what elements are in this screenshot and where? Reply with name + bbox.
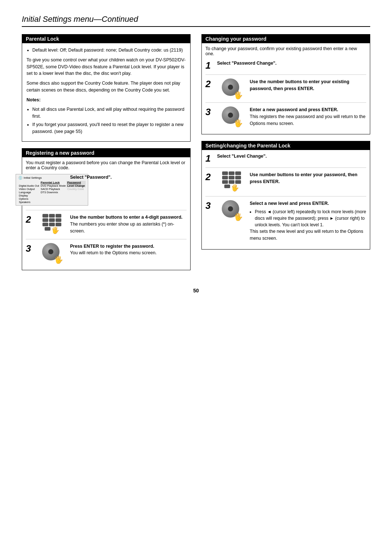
set-nav-disc-container: 🖐: [222, 200, 241, 220]
chg-divider1: [205, 74, 366, 75]
reg-step2-text: Use the number buttons to enter a 4-digi…: [70, 214, 187, 234]
left-column: Parental Lock Default level: Off; Defaul…: [22, 34, 191, 277]
set-btn-4: [222, 176, 228, 179]
mini-row-4: Display: [18, 194, 86, 197]
title-main: Initial Settings menu: [22, 15, 94, 24]
set-divider2: [205, 196, 366, 197]
btn-10: [45, 227, 50, 231]
note1: Not all discs use Parental Lock, and wil…: [32, 106, 186, 120]
changing-password-header: Changing your password: [202, 35, 370, 43]
notes-label: Notes:: [26, 97, 186, 104]
remote-buttons-group: 🖐: [42, 214, 61, 234]
page-number: 50: [22, 288, 370, 293]
chg-step3-text: Enter a new password and press ENTER. Th…: [250, 106, 366, 127]
setting-parental-lock-section: Setting/changing the Parental Lock 1 Sel…: [201, 141, 370, 249]
chg-nav-disc-container2: 🖐: [222, 106, 241, 126]
chg-step2-icon: 🖐: [217, 78, 246, 98]
note2: If you forget your password, you'll need…: [32, 121, 186, 135]
mini-table-header: Parental Lock Password: [18, 181, 86, 184]
set-divider1: [205, 167, 366, 168]
changing-password-section: Changing your password To change your pa…: [201, 34, 370, 134]
mini-table: Parental Lock Password Digital Audio Out…: [18, 181, 86, 204]
divider2: [26, 239, 187, 239]
set-hand-icon: 🖐: [231, 184, 239, 192]
disc-icon: 💿: [18, 176, 23, 180]
chg-step3-icon: 🖐: [217, 106, 246, 126]
registering-password-content: You must register a password before you …: [22, 157, 190, 270]
chg-hand-icon: 🖐: [234, 91, 243, 100]
reg-step2-number: 2: [26, 215, 34, 224]
chg-hand-icon2: 🖐: [234, 119, 243, 127]
btn-8: [49, 223, 55, 226]
chg-divider2: [205, 102, 366, 103]
chg-step1-number: 1: [205, 61, 213, 70]
hand-icon: 🖐: [51, 226, 59, 234]
reg-step3-number: 3: [26, 244, 34, 253]
registering-intro: You must register a password before you …: [26, 160, 187, 170]
nav-circle-center: [48, 249, 53, 254]
set-step3-number: 3: [205, 201, 213, 210]
chg-step2-number: 2: [205, 79, 213, 89]
set-step3: 3 🖐 Select a new level and press ENTER.: [205, 200, 366, 242]
mini-row-3: Language DTS Downmix: [18, 191, 86, 194]
parental-lock-header: Parental Lock: [22, 35, 190, 43]
changing-intro: To change your password, confirm your ex…: [205, 46, 366, 56]
btn-2: [49, 214, 55, 218]
chg-step2-text: Use the number buttons to enter your exi…: [250, 78, 366, 92]
set-btn-8: [229, 180, 234, 184]
reg-step3-icon: 🖐: [37, 243, 66, 263]
btn-3: [56, 214, 61, 218]
set-btn-9: [235, 180, 241, 184]
set-step3-bullet1: Press ◄ (cursor left) repeatedly to lock…: [255, 208, 366, 228]
set-btn-7: [222, 180, 228, 184]
set-step1-text: Select "Level Change".: [217, 153, 366, 160]
btn-row-2: [42, 218, 61, 222]
reg-step2: 2: [26, 214, 187, 234]
set-btn-5: [229, 176, 234, 179]
set-btn-row-3: [222, 180, 241, 184]
btn-6: [56, 218, 61, 222]
chg-step3: 3 🖐 Enter a new password and press ENTER…: [205, 106, 366, 127]
set-nav-circle-center: [228, 206, 233, 211]
parental-lock-section: Parental Lock Default level: Off; Defaul…: [22, 34, 191, 142]
hand-overlay-icon: 🖐: [54, 255, 63, 264]
reg-step3-text: Press ENTER to register the password. Yo…: [70, 243, 187, 257]
reg-step1-text: Select "Password".: [70, 174, 187, 181]
set-step2: 2: [205, 171, 366, 192]
title-continued: —Continued: [94, 15, 138, 24]
set-step2-text: Use number buttons to enter your passwor…: [250, 171, 366, 185]
btn-row-4: 🖐: [45, 227, 59, 234]
mini-col-parental-lock: Parental Lock: [40, 181, 66, 184]
setting-parental-lock-header: Setting/changing the Parental Lock: [202, 141, 370, 150]
chg-step3-number: 3: [205, 107, 213, 117]
chg-step1-text: Select "Password Change".: [217, 60, 366, 67]
set-step1: 1 Select "Level Change".: [205, 153, 366, 163]
btn-4: [42, 218, 48, 222]
set-btn-row-4: 🖐: [224, 185, 239, 192]
btn-5: [49, 218, 55, 222]
set-btn-row-1: [222, 171, 241, 175]
mini-screen-label: Initial Settings: [24, 176, 42, 179]
para1: To give you some control over what your …: [26, 57, 186, 77]
set-step1-number: 1: [205, 154, 213, 163]
reg-step1: 1 💿 Initial Settings Parental L: [26, 174, 187, 206]
chg-nav-disc-container: 🖐: [222, 78, 241, 98]
btn-7: [42, 223, 48, 226]
bullet1: Default level: Off; Default password: no…: [32, 47, 186, 54]
setting-parental-lock-content: 1 Select "Level Change". 2: [202, 150, 370, 249]
mini-row-2: Video Output SACD Playback Country Code: [18, 187, 86, 191]
set-step3-icon: 🖐: [217, 200, 246, 220]
btn-1: [42, 214, 48, 218]
set-btn-row-2: [222, 176, 241, 179]
mini-row-1: Digital Audio Out DVD Playback Mode Leve…: [18, 184, 86, 187]
parental-lock-content: Default level: Off; Default password: no…: [22, 43, 190, 141]
set-btn-3: [235, 171, 241, 175]
set-btn-2: [229, 171, 234, 175]
set-btn-10: [224, 185, 230, 188]
registering-password-header: Registering a new password: [22, 149, 190, 157]
set-step2-number: 2: [205, 172, 213, 182]
set-step3-text: Select a new level and press ENTER. Pres…: [250, 200, 366, 242]
nav-disc-container: 🖐: [42, 243, 62, 263]
reg-step3: 3 🖐 Press ENTER to register the password…: [26, 243, 187, 263]
mini-row-6: Speakers: [18, 200, 86, 204]
